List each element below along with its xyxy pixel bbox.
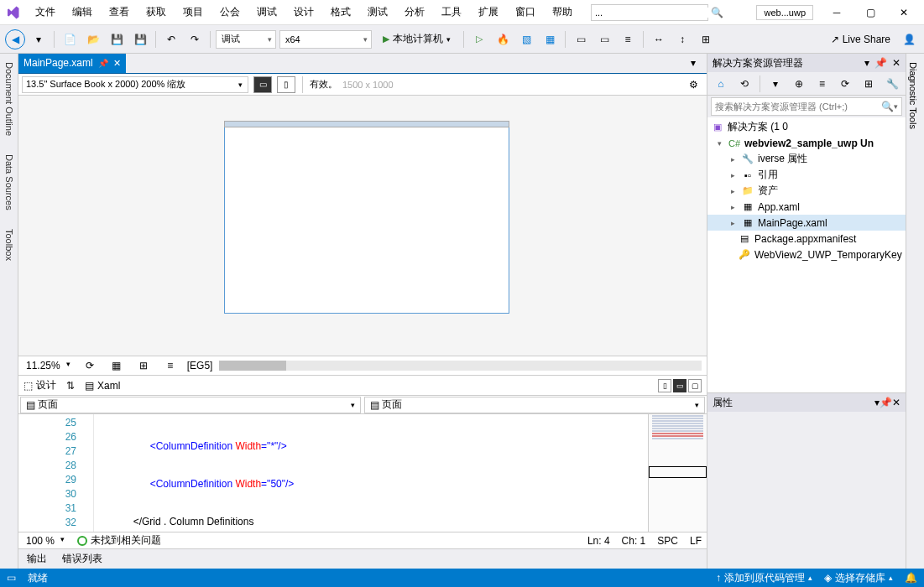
menu-test[interactable]: 测试	[359, 2, 396, 23]
breadcrumb-child[interactable]: ▤ 页面	[364, 397, 705, 413]
menu-view[interactable]: 查看	[101, 2, 138, 23]
solution-name-box[interactable]: web...uwp	[756, 5, 813, 20]
menu-design[interactable]: 设计	[285, 2, 322, 23]
expand-icon[interactable]: ▸	[728, 171, 738, 179]
undo-button[interactable]: ↶	[161, 29, 181, 49]
landscape-button[interactable]: ▭	[253, 76, 272, 93]
tree-project-node[interactable]: ▾ C# webview2_sample_uwp Un	[707, 135, 906, 151]
design-surface[interactable]	[18, 96, 707, 356]
pin-icon[interactable]: 📌	[874, 57, 887, 69]
close-icon[interactable]: ✕	[892, 57, 901, 69]
tree-item-appxaml[interactable]: ▸ ▦ App.xaml	[707, 199, 906, 215]
device-preview-dropdown[interactable]: 13.5" Surface Book x 2000) 200% 缩放	[22, 76, 248, 93]
menu-file[interactable]: 文件	[27, 2, 64, 23]
toolbar-btn-c[interactable]: ▭	[571, 29, 591, 49]
minimize-button[interactable]: ─	[820, 1, 854, 24]
portrait-button[interactable]: ▯	[277, 76, 295, 93]
document-outline-tab[interactable]: Document Outline	[3, 57, 16, 141]
split-horiz-button[interactable]: ▭	[673, 379, 686, 392]
tree-item-key[interactable]: 🔑 WebView2_UWP_TemporaryKey	[707, 247, 906, 262]
expand-pane-button[interactable]: ▢	[688, 379, 702, 392]
pin-icon[interactable]: 📌	[98, 59, 108, 68]
toolbar-btn-d[interactable]: ▭	[594, 29, 614, 49]
title-search-input[interactable]	[595, 8, 711, 18]
menu-window[interactable]: 窗口	[507, 2, 544, 23]
xaml-tab[interactable]: ▤Xaml	[85, 380, 120, 392]
output-tab[interactable]: 输出	[27, 552, 47, 566]
tab-overflow-button[interactable]: ▾	[683, 54, 703, 73]
eol-indicator[interactable]: LF	[690, 535, 702, 547]
snap-button[interactable]: ⊞	[133, 356, 154, 376]
close-icon[interactable]: ✕	[892, 397, 901, 408]
tree-item-properties[interactable]: ▸ 🔧 iverse 属性	[707, 151, 906, 167]
menu-get[interactable]: 获取	[138, 2, 175, 23]
diagnostic-tools-tab[interactable]: Diagnostic Tools	[906, 57, 920, 134]
title-search[interactable]: 🔍	[591, 4, 708, 21]
menu-public[interactable]: 公会	[211, 2, 248, 23]
repo-picker-button[interactable]: ◈ 选择存储库 ▴	[824, 571, 893, 585]
redo-button[interactable]: ↷	[185, 29, 205, 49]
toolbar-btn-b[interactable]: ▦	[540, 29, 560, 49]
live-share-button[interactable]: ↗ Live Share	[826, 34, 895, 45]
editor-zoom-dropdown[interactable]: 100 %	[23, 534, 67, 548]
line-indicator[interactable]: Ln: 4	[587, 535, 610, 547]
window-mgmt-icon[interactable]: ▭	[7, 572, 16, 584]
menu-debug[interactable]: 调试	[248, 2, 285, 23]
settings-button[interactable]: ⚙	[683, 75, 703, 95]
forward-button[interactable]: ▾	[29, 29, 49, 49]
menu-extensions[interactable]: 扩展	[470, 2, 507, 23]
home-button[interactable]: ⌂	[711, 74, 731, 94]
toolbar-btn-g[interactable]: ↕	[672, 29, 692, 49]
tree-item-references[interactable]: ▸ ▪▫ 引用	[707, 167, 906, 183]
error-list-tab[interactable]: 错误列表	[62, 552, 102, 566]
se-btn-e[interactable]: ⟳	[835, 74, 855, 94]
tree-item-mainpage[interactable]: ▸ ▦ MainPage.xaml	[707, 215, 906, 231]
data-sources-tab[interactable]: Data Sources	[3, 149, 16, 216]
new-item-button[interactable]: 📄	[60, 29, 80, 49]
expand-icon[interactable]: ▸	[728, 203, 738, 211]
close-window-button[interactable]: ✕	[887, 1, 921, 24]
maximize-button[interactable]: ▢	[854, 1, 887, 24]
start-debug-button[interactable]: ▶ 本地计算机 ▾	[375, 29, 458, 49]
save-button[interactable]: 💾	[107, 29, 127, 49]
panel-menu-button[interactable]: ▾	[864, 57, 869, 69]
grid-button[interactable]: ▦	[107, 356, 127, 376]
pin-icon[interactable]: 📌	[880, 397, 892, 408]
zoom-dropdown[interactable]: 11.25%	[23, 359, 73, 372]
platform-dropdown[interactable]: x64	[279, 30, 372, 49]
source-control-button[interactable]: ↑ 添加到原代码管理 ▴	[716, 571, 812, 585]
expand-icon[interactable]: ▾	[714, 139, 724, 148]
toolbar-btn-a[interactable]: ▧	[516, 29, 536, 49]
account-button[interactable]: 👤	[899, 29, 919, 49]
solution-search[interactable]: 🔍 ▾	[711, 97, 902, 116]
design-tab[interactable]: ⬚设计	[23, 378, 56, 392]
guides-button[interactable]: ≡	[160, 356, 180, 376]
se-btn-d[interactable]: ≡	[812, 74, 833, 94]
solution-search-input[interactable]	[715, 101, 881, 112]
menu-project[interactable]: 项目	[175, 2, 211, 23]
solution-tree[interactable]: ▣ 解决方案 (1 0 ▾ C# webview2_sample_uwp Un …	[707, 117, 906, 392]
code-minimap[interactable]	[648, 414, 707, 532]
se-btn-c[interactable]: ⊕	[789, 74, 809, 94]
menu-help[interactable]: 帮助	[544, 2, 581, 23]
tree-item-assets[interactable]: ▸ 📁 资产	[707, 183, 906, 199]
se-btn-b[interactable]: ▾	[765, 74, 786, 94]
menu-edit[interactable]: 编辑	[64, 2, 101, 23]
split-vert-button[interactable]: ▯	[658, 379, 671, 392]
designer-scrollbar[interactable]	[219, 361, 702, 371]
swap-panes-button[interactable]: ⇅	[66, 380, 75, 392]
se-btn-a[interactable]: ⟲	[734, 74, 754, 94]
tab-close-button[interactable]: ✕	[113, 58, 121, 69]
save-all-button[interactable]: 💾	[130, 29, 150, 49]
toolbar-btn-e[interactable]: ≡	[618, 29, 638, 49]
toolbox-tab[interactable]: Toolbox	[3, 224, 16, 266]
open-button[interactable]: 📂	[83, 29, 103, 49]
expand-icon[interactable]: ▸	[728, 155, 738, 164]
toolbar-btn-f[interactable]: ↔	[649, 29, 669, 49]
menu-analyze[interactable]: 分析	[396, 2, 433, 23]
refresh-button[interactable]: ⟳	[80, 356, 100, 376]
menu-format[interactable]: 格式	[322, 2, 359, 23]
tree-item-manifest[interactable]: ▤ Package.appxmanifest	[707, 231, 906, 247]
code-content[interactable]: <ColumnDefinition Width="*"/> <ColumnDef…	[94, 414, 648, 532]
breadcrumb-root[interactable]: ▤ 页面	[20, 397, 361, 413]
